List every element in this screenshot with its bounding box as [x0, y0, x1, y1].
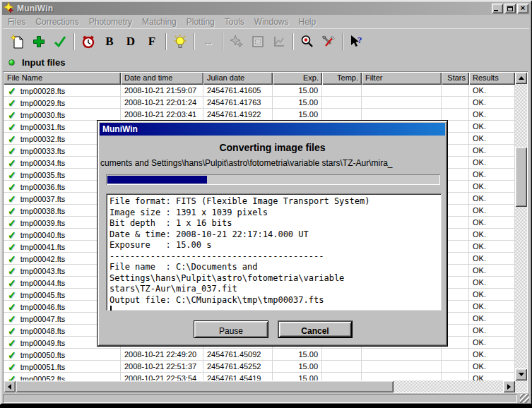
cell-stars[interactable]: [442, 109, 469, 121]
column-header-file[interactable]: File Name: [4, 72, 121, 85]
cell-results[interactable]: OK.: [469, 85, 515, 97]
cell-julian[interactable]: 2454761.41763: [203, 97, 273, 109]
conversion-log-box[interactable]: File format: FITS (Flexible Image Transp…: [106, 193, 442, 311]
maximize-button[interactable]: [504, 4, 516, 13]
close-button[interactable]: ×: [517, 4, 528, 13]
cell-julian[interactable]: 2454761.41922: [203, 109, 273, 121]
menu-matching[interactable]: Matching: [137, 16, 182, 28]
column-header-filter[interactable]: Filter: [362, 72, 442, 85]
column-header-stars[interactable]: Stars: [442, 72, 469, 85]
menu-corrections[interactable]: Corrections: [30, 16, 83, 28]
cell-file[interactable]: ✓tmp00030.fts: [4, 109, 121, 121]
cell-exp[interactable]: 15.00: [273, 361, 322, 373]
scroll-right-button[interactable]: [503, 380, 515, 392]
cell-results[interactable]: OK.: [469, 253, 515, 265]
cell-results[interactable]: OK.: [469, 169, 515, 181]
cell-results[interactable]: OK.: [469, 349, 515, 361]
column-header-exp[interactable]: Exp.: [273, 72, 322, 85]
cell-exp[interactable]: 15.00: [273, 97, 322, 109]
cell-temp[interactable]: [322, 349, 362, 361]
cell-results[interactable]: OK.: [469, 289, 515, 301]
add-files-button[interactable]: [28, 32, 49, 52]
cell-results[interactable]: OK.: [469, 373, 515, 380]
cell-results[interactable]: OK.: [469, 325, 515, 337]
cell-results[interactable]: OK.: [469, 217, 515, 229]
context-help-button[interactable]: ?: [346, 32, 367, 52]
cell-results[interactable]: OK.: [469, 145, 515, 157]
cell-julian[interactable]: 2454761.45252: [203, 361, 273, 373]
bias-correction-button[interactable]: B: [99, 32, 120, 52]
horizontal-scroll-thumb[interactable]: [16, 380, 394, 392]
table-row[interactable]: ✓tmp00030.fts2008-10-21 22:03:412454761.…: [4, 109, 515, 121]
cancel-button[interactable]: Cancel: [278, 320, 353, 338]
table-row[interactable]: ✓tmp00052.fts2008-10-21 22:53:542454761.…: [4, 373, 515, 380]
cell-datetime[interactable]: 2008-10-21 21:59:07: [121, 85, 203, 97]
scroll-up-button[interactable]: [515, 72, 527, 84]
cell-stars[interactable]: [442, 349, 469, 361]
scroll-down-button[interactable]: [515, 368, 527, 380]
cell-file[interactable]: ✓tmp00029.fts: [4, 97, 121, 109]
cell-results[interactable]: OK.: [469, 265, 515, 277]
column-header-results[interactable]: Results: [469, 72, 515, 85]
cell-stars[interactable]: [442, 373, 469, 380]
vertical-scrollbar[interactable]: [515, 72, 527, 380]
cell-results[interactable]: OK.: [469, 277, 515, 289]
column-header-julian[interactable]: Julian date: [203, 72, 273, 85]
cell-temp[interactable]: [322, 373, 362, 380]
time-correction-button[interactable]: [78, 32, 99, 52]
cell-filter[interactable]: [362, 85, 442, 97]
cell-datetime[interactable]: 2008-10-21 22:01:24: [121, 97, 203, 109]
cell-stars[interactable]: [442, 361, 469, 373]
cell-results[interactable]: OK.: [469, 181, 515, 193]
cell-stars[interactable]: [442, 97, 469, 109]
minimize-button[interactable]: [492, 4, 503, 13]
convert-files-button[interactable]: [49, 32, 71, 52]
cell-datetime[interactable]: 2008-10-21 22:53:54: [121, 373, 203, 380]
cell-exp[interactable]: 15.00: [273, 373, 322, 380]
cell-julian[interactable]: 2454761.41605: [203, 85, 273, 97]
cell-temp[interactable]: [322, 109, 362, 121]
express-reduction-button[interactable]: ↔: [198, 32, 219, 52]
cell-file[interactable]: ✓tmp00050.fts: [4, 349, 121, 361]
cell-file[interactable]: ✓tmp00028.fts: [4, 85, 121, 97]
table-row[interactable]: ✓tmp00028.fts2008-10-21 21:59:072454761.…: [4, 85, 515, 97]
menu-photometry[interactable]: Photometry: [84, 16, 137, 28]
menu-tools[interactable]: Tools: [220, 16, 249, 28]
vertical-scroll-thumb[interactable]: [515, 147, 527, 207]
cell-results[interactable]: OK.: [469, 193, 515, 205]
cell-results[interactable]: OK.: [469, 205, 515, 217]
pause-button[interactable]: Pause: [194, 320, 268, 338]
cell-datetime[interactable]: 2008-10-21 22:49:20: [121, 349, 203, 361]
cell-results[interactable]: OK.: [469, 97, 515, 109]
menu-files[interactable]: Files: [3, 16, 30, 28]
table-row[interactable]: ✓tmp00029.fts2008-10-21 22:01:242454761.…: [4, 97, 515, 109]
column-header-temp[interactable]: Temp.: [322, 72, 362, 85]
cell-filter[interactable]: [362, 373, 442, 380]
matching-button[interactable]: [226, 32, 247, 52]
flat-correction-button[interactable]: F: [141, 32, 162, 52]
cell-filter[interactable]: [362, 349, 442, 361]
table-row[interactable]: ✓tmp00050.fts2008-10-21 22:49:202454761.…: [4, 349, 515, 361]
cell-results[interactable]: OK.: [469, 133, 515, 145]
plot-light-curve-button[interactable]: [268, 32, 290, 52]
cell-filter[interactable]: [362, 97, 442, 109]
new-project-button[interactable]: [7, 32, 28, 52]
project-settings-button[interactable]: [318, 32, 339, 52]
cell-stars[interactable]: [442, 85, 469, 97]
cell-datetime[interactable]: 2008-10-21 22:03:41: [121, 109, 203, 121]
scroll-left-button[interactable]: [4, 380, 16, 392]
table-row[interactable]: ✓tmp00051.fts2008-10-21 22:51:372454761.…: [4, 361, 515, 373]
cell-temp[interactable]: [322, 97, 362, 109]
dark-correction-button[interactable]: D: [120, 32, 141, 52]
find-variables-button[interactable]: [297, 32, 318, 52]
cell-exp[interactable]: 15.00: [273, 85, 322, 97]
cell-file[interactable]: ✓tmp00051.fts: [4, 361, 121, 373]
frame-preview-button[interactable]: [247, 32, 268, 52]
cell-julian[interactable]: 2454761.45092: [203, 349, 273, 361]
column-header-datetime[interactable]: Date and time: [121, 72, 203, 85]
cell-file[interactable]: ✓tmp00052.fts: [4, 373, 121, 380]
cell-results[interactable]: OK.: [469, 337, 515, 349]
cell-results[interactable]: OK.: [469, 301, 515, 313]
cell-temp[interactable]: [322, 85, 362, 97]
cell-results[interactable]: OK.: [469, 241, 515, 253]
